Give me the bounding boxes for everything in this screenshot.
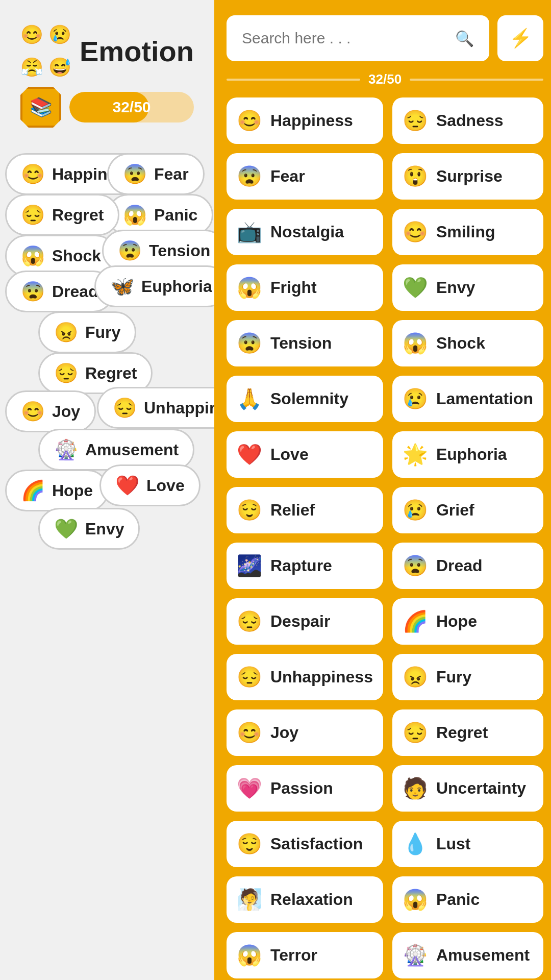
card-emoji: 😔 <box>403 721 428 745</box>
emotion-card-surprise[interactable]: 😲Surprise <box>392 153 543 200</box>
emotion-card-grief[interactable]: 😢Grief <box>392 487 543 533</box>
emotion-card-smiling[interactable]: 😊Smiling <box>392 209 543 255</box>
emotion-card-satisfaction[interactable]: 😌Satisfaction <box>227 821 383 867</box>
card-emoji: 😔 <box>403 109 428 133</box>
emotion-card-dread[interactable]: 😨Dread <box>392 543 543 589</box>
chip-label: Fury <box>85 323 120 342</box>
card-emoji: 🧑 <box>403 776 428 800</box>
emotion-card-passion[interactable]: 💗Passion <box>227 765 383 812</box>
logo-emoji-4: 😅 <box>48 58 71 77</box>
chip-label: Regret <box>85 364 137 383</box>
emotion-card-uncertainty[interactable]: 🧑Uncertainty <box>392 765 543 812</box>
left-chip-fear[interactable]: 😨Fear <box>107 153 205 195</box>
emotion-card-euphoria[interactable]: 🌟Euphoria <box>392 431 543 478</box>
card-emoji: 😱 <box>237 276 262 300</box>
emotion-card-joy[interactable]: 😊Joy <box>227 709 383 756</box>
card-label: Grief <box>436 501 474 520</box>
card-emoji: 🎡 <box>403 943 428 967</box>
emotion-card-solemnity[interactable]: 🙏Solemnity <box>227 376 383 422</box>
chip-label: Regret <box>52 206 104 225</box>
search-row: 🔍 ⚡ <box>227 15 543 61</box>
emotion-card-amusement[interactable]: 🎡Amusement <box>392 932 543 978</box>
card-label: Tension <box>270 334 332 353</box>
card-label: Fury <box>436 668 471 687</box>
emotion-card-lust[interactable]: 💧Lust <box>392 821 543 867</box>
card-label: Solemnity <box>270 389 348 408</box>
emotion-card-relief[interactable]: 😌Relief <box>227 487 383 533</box>
progress-label: 32/50 <box>112 99 151 116</box>
card-label: Love <box>270 445 309 464</box>
emotion-card-hope[interactable]: 🌈Hope <box>392 598 543 645</box>
chip-label: Envy <box>85 520 124 538</box>
chip-label: Hope <box>52 481 93 500</box>
card-label: Amusement <box>436 946 530 965</box>
emotion-card-unhappiness[interactable]: 😔Unhappiness <box>227 654 383 700</box>
emotion-card-fright[interactable]: 😱Fright <box>227 264 383 311</box>
emotion-card-happiness[interactable]: 😊Happiness <box>227 97 383 144</box>
card-emoji: 😢 <box>403 387 428 411</box>
left-chip-euphoria[interactable]: 🦋Euphoria <box>94 265 214 307</box>
chip-emoji: 🦋 <box>110 275 134 298</box>
search-input[interactable] <box>242 30 447 47</box>
search-box[interactable]: 🔍 <box>227 15 489 61</box>
search-icon: 🔍 <box>455 30 474 47</box>
card-label: Rapture <box>270 556 332 575</box>
card-label: Hope <box>436 612 477 631</box>
left-chip-envy[interactable]: 💚Envy <box>38 508 140 550</box>
emotion-card-sadness[interactable]: 😔Sadness <box>392 97 543 144</box>
logo-cluster: 😊 😢 😤 😅 <box>20 26 71 77</box>
card-label: Relief <box>270 501 315 520</box>
left-chip-hope[interactable]: 🌈Hope <box>5 470 109 511</box>
emotion-card-relaxation[interactable]: 🧖Relaxation <box>227 876 383 923</box>
left-chip-joy[interactable]: 😊Joy <box>5 390 96 432</box>
card-label: Satisfaction <box>270 835 363 853</box>
trophy-icon: 📚 <box>20 87 61 128</box>
card-emoji: 😢 <box>403 498 428 522</box>
card-label: Despair <box>270 612 330 631</box>
chip-label: Euphoria <box>141 277 212 296</box>
chip-emoji: 🌈 <box>21 479 45 502</box>
emotion-card-despair[interactable]: 😔Despair <box>227 598 383 645</box>
card-emoji: 😌 <box>237 498 262 522</box>
card-emoji: 😔 <box>237 609 262 633</box>
left-chip-love[interactable]: ❤️Love <box>99 464 201 506</box>
emotion-card-shock[interactable]: 😱Shock <box>392 320 543 366</box>
card-label: Joy <box>270 723 298 742</box>
emotion-card-tension[interactable]: 😨Tension <box>227 320 383 366</box>
emotion-card-fury[interactable]: 😠Fury <box>392 654 543 700</box>
card-label: Terror <box>270 946 317 965</box>
card-label: Fear <box>270 167 305 186</box>
card-label: Unhappiness <box>270 668 373 687</box>
emotion-card-lamentation[interactable]: 😢Lamentation <box>392 376 543 422</box>
chip-emoji: 😠 <box>54 321 78 344</box>
emotion-card-rapture[interactable]: 🌌Rapture <box>227 543 383 589</box>
left-chip-unhappiness[interactable]: 😔Unhappiness <box>97 387 214 429</box>
card-emoji: 😊 <box>403 220 428 244</box>
card-label: Smiling <box>436 223 495 241</box>
card-emoji: 😱 <box>237 943 262 967</box>
left-chip-fury[interactable]: 😠Fury <box>38 311 136 353</box>
emotion-card-nostalgia[interactable]: 📺Nostalgia <box>227 209 383 255</box>
emotion-card-regret[interactable]: 😔Regret <box>392 709 543 756</box>
progress-indicator: 32/50 <box>227 71 543 87</box>
card-emoji: 😊 <box>237 109 262 133</box>
emotion-card-fear[interactable]: 😨Fear <box>227 153 383 200</box>
logo-emoji-1: 😊 <box>20 26 43 44</box>
emotion-card-envy[interactable]: 💚Envy <box>392 264 543 311</box>
card-label: Envy <box>436 278 475 297</box>
card-label: Fright <box>270 278 317 297</box>
left-panel: 😊 😢 😤 😅 Emotion 📚 32/50 😊Happiness😨Fear😱… <box>0 0 214 980</box>
filter-button[interactable]: ⚡ <box>497 15 543 61</box>
emotion-card-panic[interactable]: 😱Panic <box>392 876 543 923</box>
emotion-card-terror[interactable]: 😱Terror <box>227 932 383 978</box>
card-label: Sadness <box>436 111 504 130</box>
emotion-card-love[interactable]: ❤️Love <box>227 431 383 478</box>
chip-emoji: 😊 <box>21 163 45 185</box>
card-label: Happiness <box>270 111 353 130</box>
chip-emoji: 😔 <box>54 362 78 384</box>
right-progress-label: 32/50 <box>368 71 402 87</box>
left-chip-regret[interactable]: 😔Regret <box>5 194 119 236</box>
chips-area: 😊Happiness😨Fear😱Panic😔Regret😱Shock😨Tensi… <box>0 143 214 960</box>
card-label: Relaxation <box>270 890 353 909</box>
card-label: Regret <box>436 723 488 742</box>
